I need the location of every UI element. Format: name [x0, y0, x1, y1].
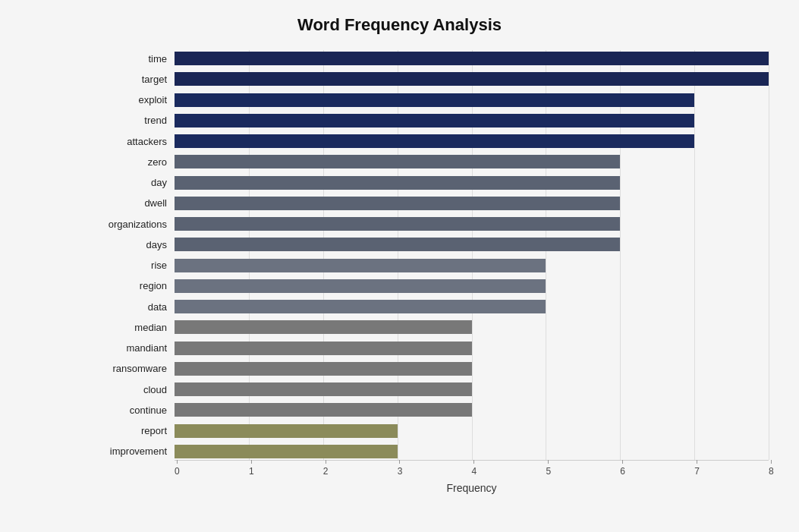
bar-track	[175, 320, 769, 334]
bar-fill	[175, 93, 694, 107]
x-tick: 4	[472, 460, 477, 477]
bar-label: mandiant	[91, 342, 175, 354]
x-tick-line	[251, 460, 252, 464]
bar-label: dwell	[91, 197, 175, 209]
x-tick: 7	[694, 460, 700, 477]
bar-track	[175, 52, 769, 65]
bar-label: ransomware	[91, 363, 175, 374]
x-tick-line	[771, 460, 772, 464]
bar-fill	[175, 72, 769, 86]
bar-track	[175, 134, 769, 148]
bar-label: days	[91, 239, 175, 250]
bar-track	[175, 93, 769, 107]
bar-row: zero	[91, 153, 769, 170]
bar-label: trend	[91, 115, 175, 126]
x-tick-label: 4	[472, 466, 477, 477]
bar-label: cloud	[91, 384, 175, 395]
bar-track	[175, 279, 769, 293]
bar-row: target	[91, 71, 769, 87]
x-tick: 6	[620, 460, 625, 477]
bar-track	[175, 217, 769, 231]
x-tick-label: 8	[769, 466, 774, 477]
bar-row: report	[91, 423, 769, 439]
x-tick-line	[177, 460, 178, 464]
bar-label: improvement	[91, 445, 175, 457]
x-tick-line	[548, 460, 549, 464]
bar-label: report	[91, 425, 175, 436]
bar-row: attackers	[91, 133, 769, 150]
x-tick-line	[697, 460, 697, 464]
bar-row: days	[91, 236, 769, 253]
bar-label: day	[91, 177, 175, 188]
bar-track	[175, 445, 769, 458]
bar-fill	[175, 342, 472, 355]
x-tick-label: 7	[694, 466, 700, 477]
bar-fill	[175, 114, 694, 127]
bar-label: continue	[91, 405, 175, 416]
x-tick-line	[473, 460, 474, 464]
x-tick-label: 3	[398, 466, 403, 477]
x-tick: 3	[398, 460, 403, 477]
bar-label: rise	[91, 260, 175, 271]
x-axis-title: Frequency	[446, 482, 496, 494]
x-tick-label: 0	[175, 466, 180, 477]
bar-row: time	[91, 50, 769, 67]
bar-track	[175, 403, 769, 417]
bar-row: trend	[91, 112, 769, 129]
chart-area: timetargetexploittrendattackerszerodaydw…	[91, 50, 769, 490]
bar-fill	[175, 238, 620, 251]
x-tick-line	[399, 460, 400, 464]
bar-label: zero	[91, 156, 175, 168]
bar-track	[175, 424, 769, 438]
bar-track	[175, 197, 769, 210]
bar-track	[175, 176, 769, 190]
bar-row: improvement	[91, 443, 769, 460]
bar-row: rise	[91, 257, 769, 274]
bar-fill	[175, 52, 769, 65]
bar-track	[175, 155, 769, 168]
bar-track	[175, 259, 769, 272]
x-tick-label: 5	[546, 466, 551, 477]
bar-label: time	[91, 53, 175, 65]
bars-wrapper: timetargetexploittrendattackerszerodaydw…	[91, 50, 769, 460]
bar-row: cloud	[91, 381, 769, 398]
bar-row: exploit	[91, 92, 769, 109]
bar-track	[175, 362, 769, 376]
bar-fill	[175, 259, 546, 272]
x-tick-line	[326, 460, 326, 464]
bar-fill	[175, 217, 620, 231]
bar-fill	[175, 424, 398, 438]
bar-row: region	[91, 278, 769, 294]
chart-container: Word Frequency Analysis timetargetexploi…	[0, 0, 799, 532]
bar-row: data	[91, 298, 769, 315]
bar-fill	[175, 403, 472, 417]
bar-row: dwell	[91, 195, 769, 212]
x-tick-label: 1	[249, 466, 254, 477]
x-axis: 012345678 Frequency	[175, 460, 769, 490]
x-tick-line	[622, 460, 623, 464]
bar-fill	[175, 155, 620, 168]
bar-label: exploit	[91, 94, 175, 105]
x-tick: 0	[175, 460, 180, 477]
bar-track	[175, 238, 769, 251]
x-tick-label: 6	[620, 466, 625, 477]
bar-fill	[175, 300, 546, 313]
grid-line	[769, 50, 769, 460]
x-tick: 8	[769, 460, 774, 477]
x-tick-label: 2	[323, 466, 329, 477]
bar-label: median	[91, 322, 175, 333]
bar-fill	[175, 320, 472, 334]
bar-fill	[175, 279, 546, 293]
bar-row: organizations	[91, 216, 769, 232]
bar-row: continue	[91, 401, 769, 418]
bar-row: mandiant	[91, 340, 769, 357]
bar-track	[175, 72, 769, 86]
x-tick: 2	[323, 460, 329, 477]
bar-track	[175, 300, 769, 313]
bar-fill	[175, 176, 620, 190]
bar-row: ransomware	[91, 360, 769, 377]
bar-track	[175, 382, 769, 396]
bar-label: organizations	[91, 219, 175, 230]
bar-fill	[175, 134, 694, 148]
bar-fill	[175, 445, 398, 458]
